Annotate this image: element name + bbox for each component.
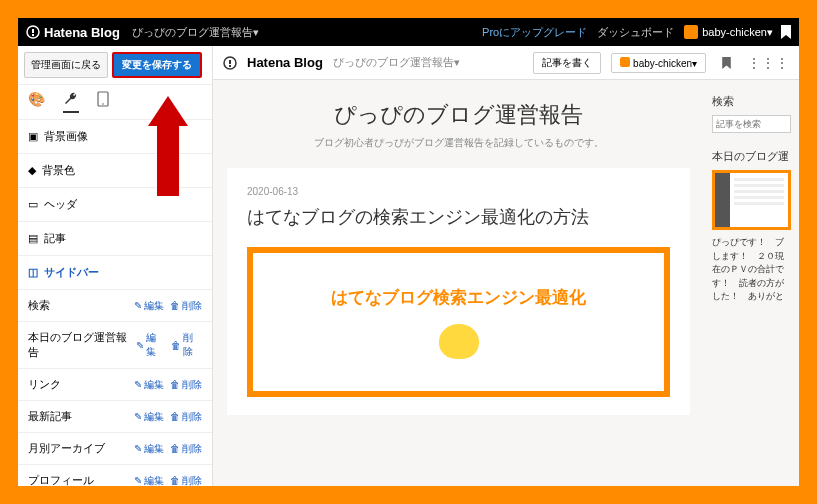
color-icon: ◆: [28, 164, 36, 177]
wrench-tab-icon[interactable]: [63, 91, 79, 113]
preview-blogname[interactable]: ぴっぴのブログ運営報告▾: [333, 55, 460, 70]
bookmark-icon[interactable]: [722, 57, 731, 69]
grid-icon[interactable]: ⋮⋮⋮: [747, 55, 789, 71]
article-icon: ▤: [28, 232, 38, 245]
svg-point-4: [102, 103, 104, 105]
edit-link[interactable]: ✎編集: [134, 299, 164, 313]
search-widget: 検索: [712, 94, 791, 133]
module-item[interactable]: リンク ✎編集🗑削除: [18, 369, 212, 401]
module-label: 検索: [28, 298, 50, 313]
svg-rect-7: [229, 65, 231, 67]
section-bgimage[interactable]: ▣背景画像: [18, 120, 212, 154]
delete-link[interactable]: 🗑削除: [170, 474, 202, 487]
preview-pane: Hatena Blog ぴっぴのブログ運営報告▾ 記事を書く baby-chic…: [213, 46, 799, 486]
edit-link[interactable]: ✎編集: [134, 474, 164, 487]
delete-link[interactable]: 🗑削除: [170, 378, 202, 392]
global-topbar: Hatena Blog ぴっぴのブログ運営報告▾ Proにアップグレード ダッシ…: [18, 18, 799, 46]
section-article[interactable]: ▤記事: [18, 222, 212, 256]
delete-link[interactable]: 🗑削除: [171, 331, 202, 359]
module-label: 最新記事: [28, 409, 72, 424]
hatena-logo[interactable]: Hatena Blog: [26, 25, 120, 40]
sidebar-icon: ◫: [28, 266, 38, 279]
preview-sidebar: 検索 本日のブログ運 ぴっぴです！ ブします！ ２０現在のＰＶの合計です！ 読者…: [704, 80, 799, 486]
mobile-tab-icon[interactable]: [97, 91, 109, 113]
article-date: 2020-06-13: [247, 186, 670, 197]
image-icon: ▣: [28, 130, 38, 143]
module-item[interactable]: 本日のブログ運営報告 ✎編集🗑削除: [18, 322, 212, 369]
svg-rect-2: [32, 34, 34, 36]
report-widget: 本日のブログ運 ぴっぴです！ ブします！ ２０現在のＰＶの合計です！ 読者の方が…: [712, 149, 791, 304]
article-image: はてなブログ検索エンジン最適化: [247, 247, 670, 397]
delete-link[interactable]: 🗑削除: [170, 299, 202, 313]
article-card: 2020-06-13 はてなブログの検索エンジン最適化の方法 はてなブログ検索エ…: [227, 168, 690, 415]
avatar-icon: [684, 25, 698, 39]
brand-label: Hatena Blog: [44, 25, 120, 40]
preview-brand[interactable]: Hatena Blog: [247, 55, 323, 70]
header-icon: ▭: [28, 198, 38, 211]
module-label: リンク: [28, 377, 61, 392]
design-sidebar: 管理画面に戻る 変更を保存する 🎨 ▣背景画像 ◆背景色 ▭ヘッダ ▤記事 ◫サ…: [18, 46, 213, 486]
image-caption: はてなブログ検索エンジン最適化: [331, 286, 586, 309]
section-bgcolor[interactable]: ◆背景色: [18, 154, 212, 188]
delete-link[interactable]: 🗑削除: [170, 442, 202, 456]
widget-text: ぴっぴです！ ブします！ ２０現在のＰＶの合計です！ 読者の方がした！ ありがと: [712, 236, 791, 304]
module-item[interactable]: 検索 ✎編集🗑削除: [18, 290, 212, 322]
module-label: 月別アーカイブ: [28, 441, 105, 456]
module-item[interactable]: プロフィール ✎編集🗑削除: [18, 465, 212, 486]
pro-upgrade-link[interactable]: Proにアップグレード: [482, 25, 587, 40]
search-input[interactable]: [712, 115, 791, 133]
hatena-icon: [223, 56, 237, 70]
edit-link[interactable]: ✎編集: [134, 378, 164, 392]
user-menu[interactable]: baby-chicken▾: [684, 25, 773, 39]
write-button[interactable]: 記事を書く: [533, 52, 601, 74]
module-label: プロフィール: [28, 473, 94, 486]
save-button[interactable]: 変更を保存する: [112, 52, 202, 78]
design-tabs: 🎨: [18, 85, 212, 120]
widget-thumbnail[interactable]: [712, 170, 791, 230]
section-sidebar[interactable]: ◫サイドバー: [18, 256, 212, 290]
blog-title[interactable]: ぴっぴのブログ運営報告: [213, 80, 704, 136]
delete-link[interactable]: 🗑削除: [170, 410, 202, 424]
section-header[interactable]: ▭ヘッダ: [18, 188, 212, 222]
module-item[interactable]: 最新記事 ✎編集🗑削除: [18, 401, 212, 433]
edit-link[interactable]: ✎編集: [134, 410, 164, 424]
palette-tab-icon[interactable]: 🎨: [28, 91, 45, 113]
edit-link[interactable]: ✎編集: [134, 442, 164, 456]
module-label: 本日のブログ運営報告: [28, 330, 136, 360]
svg-rect-6: [229, 60, 231, 64]
back-button[interactable]: 管理画面に戻る: [24, 52, 108, 78]
article-title[interactable]: はてなブログの検索エンジン最適化の方法: [247, 205, 670, 229]
username-label: baby-chicken▾: [702, 26, 773, 39]
chick-illustration: [434, 319, 484, 359]
module-item[interactable]: 月別アーカイブ ✎編集🗑削除: [18, 433, 212, 465]
preview-user-menu[interactable]: baby-chicken▾: [611, 53, 706, 73]
svg-rect-1: [32, 29, 34, 33]
preview-header: Hatena Blog ぴっぴのブログ運営報告▾ 記事を書く baby-chic…: [213, 46, 799, 80]
bookmark-icon[interactable]: [781, 25, 791, 39]
blog-description: ブログ初心者ぴっぴがブログ運営報告を記録しているものです。: [213, 136, 704, 168]
widget-title: 検索: [712, 94, 791, 109]
dashboard-link[interactable]: ダッシュボード: [597, 25, 674, 40]
widget-title: 本日のブログ運: [712, 149, 791, 164]
hatena-icon: [26, 25, 40, 39]
edit-link[interactable]: ✎編集: [136, 331, 165, 359]
blog-selector[interactable]: ぴっぴのブログ運営報告▾: [132, 25, 259, 40]
